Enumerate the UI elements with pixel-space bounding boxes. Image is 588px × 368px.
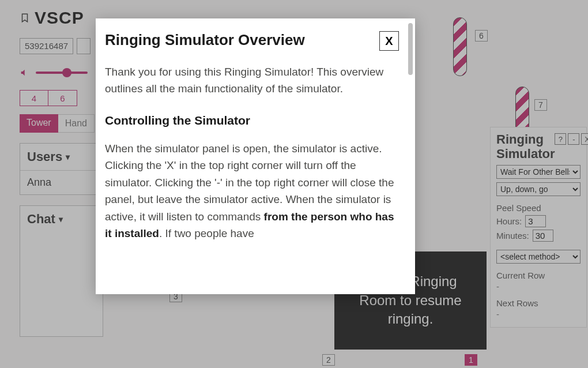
chat-body [20, 232, 103, 336]
volume-icon [20, 68, 29, 77]
caret-down-icon: ▾ [59, 215, 63, 224]
overview-modal: Ringing Simulator Overview X Thank you f… [96, 18, 415, 294]
chat-panel: Chat ▾ [20, 205, 103, 337]
brand-row: VSCP [20, 8, 103, 28]
method-select[interactable]: <select method> [496, 250, 581, 264]
simulator-call-select[interactable]: Up, down, go [496, 182, 581, 196]
tab-hand[interactable]: Hand [58, 114, 95, 133]
brand-title: VSCP [35, 8, 84, 28]
bell-count-selector[interactable]: 4 6 [20, 90, 103, 106]
next-rows-value: - [496, 309, 581, 319]
modal-scrollbar[interactable] [408, 23, 413, 75]
users-panel-toggle[interactable]: Users ▾ [20, 144, 103, 170]
bookmark-icon [20, 11, 30, 25]
peel-speed-label: Peel Speed [496, 203, 581, 213]
bell-label-2: 2 [322, 354, 335, 366]
users-title: Users [27, 149, 62, 164]
copy-id-button[interactable] [77, 38, 91, 54]
minutes-label: Minutes: [496, 231, 529, 241]
caret-down-icon: ▾ [66, 152, 70, 162]
modal-paragraph: Thank you for using this Ringing Simulat… [105, 63, 399, 97]
bell-label-7: 7 [534, 99, 547, 111]
modal-close-button[interactable]: X [379, 31, 399, 51]
modal-paragraph: When the simulator panel is open, the si… [105, 140, 399, 242]
hours-label: Hours: [496, 216, 522, 226]
simulator-panel-title: Ringing Simulator [496, 132, 555, 162]
current-row-label: Current Row [496, 271, 581, 280]
bell-label-1: 1 [465, 354, 477, 366]
minutes-input[interactable] [533, 230, 553, 242]
current-row-value: - [496, 281, 581, 291]
tab-tower[interactable]: Tower [20, 114, 58, 133]
simulator-close-button[interactable]: X [581, 133, 588, 145]
users-panel: Users ▾ Anna [20, 143, 103, 195]
hours-input[interactable] [525, 215, 546, 227]
room-id-field[interactable]: 539216487 [20, 38, 73, 54]
simulator-help-button[interactable]: ? [555, 133, 566, 145]
simulator-mode-select[interactable]: Wait For Other Bells [496, 165, 581, 179]
simulator-panel: Ringing Simulator ? - X Wait For Other B… [490, 127, 587, 328]
list-item: Anna [20, 170, 103, 194]
modal-subheading: Controlling the Simulator [105, 114, 399, 127]
bell-count-6[interactable]: 6 [48, 90, 77, 106]
bell-sally-6 [453, 17, 467, 76]
modal-title: Ringing Simulator Overview [105, 31, 305, 49]
bell-label-6: 6 [475, 30, 488, 42]
chat-panel-toggle[interactable]: Chat ▾ [20, 206, 103, 232]
next-rows-label: Next Rows [496, 298, 581, 308]
simulator-minimize-button[interactable]: - [568, 133, 579, 145]
chat-title: Chat [27, 212, 55, 227]
volume-slider[interactable] [36, 72, 88, 74]
bell-count-4[interactable]: 4 [20, 90, 48, 106]
